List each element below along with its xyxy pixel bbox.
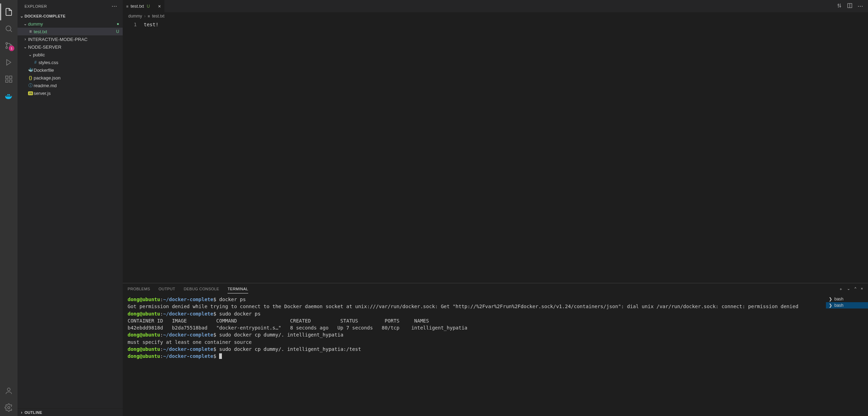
search-icon[interactable]	[0, 20, 17, 37]
folder-dummy[interactable]: ⌄ dummy ●	[18, 20, 123, 28]
terminal-view[interactable]: dong@ubuntu:~/docker-complete$ docker ps…	[123, 294, 826, 416]
file-test-txt[interactable]: ≡ test.txt U	[18, 28, 123, 35]
folder-label: INTERACTIVE-MODE-PRAC	[28, 37, 119, 42]
editor-actions: ⋯	[832, 0, 868, 12]
tab-label: test.txt	[130, 4, 144, 9]
folder-interactive-mode-prac[interactable]: › INTERACTIVE-MODE-PRAC	[18, 35, 123, 43]
terminal-output: must specify at least one container sour…	[128, 339, 252, 345]
chevron-down-icon: ⌄	[22, 44, 28, 49]
terminal-cmd: sudo docker cp dummy/. intelligent_hypat…	[216, 332, 343, 338]
terminal-list: ❯ bash ❯ bash	[826, 294, 868, 416]
svg-rect-6	[6, 80, 8, 82]
explorer-icon[interactable]	[0, 4, 17, 20]
text-file-icon: ≡	[27, 29, 34, 34]
scm-badge: 1	[9, 46, 14, 51]
new-terminal-icon[interactable]: ＋	[839, 286, 843, 292]
sidebar-more-icon[interactable]: ⋯	[111, 3, 117, 9]
chevron-right-icon: ›	[144, 14, 145, 19]
file-label: Dockerfile	[34, 68, 119, 73]
file-dockerfile[interactable]: 🐳 Dockerfile	[18, 66, 123, 74]
terminal-output: Got permission denied while trying to co…	[128, 304, 798, 309]
git-untracked-badge: U	[147, 4, 150, 9]
svg-point-1	[6, 43, 8, 44]
file-styles-css[interactable]: # styles.css	[18, 58, 123, 66]
file-readme-md[interactable]: ⓘ readme.md	[18, 82, 123, 89]
text-file-icon: ≡	[148, 14, 150, 18]
folder-label: dummy	[28, 21, 117, 27]
terminal-cmd: sudo docker ps	[216, 311, 260, 317]
run-debug-icon[interactable]	[0, 54, 17, 71]
source-control-icon[interactable]: 1	[0, 37, 17, 54]
tab-output[interactable]: OUTPUT	[158, 285, 175, 293]
file-package-json[interactable]: {} package.json	[18, 74, 123, 82]
outline-title: OUTLINE	[25, 410, 42, 415]
settings-gear-icon[interactable]	[0, 399, 17, 416]
outline-section-header[interactable]: › OUTLINE	[18, 408, 123, 416]
breadcrumb-file[interactable]: test.txt	[152, 14, 164, 19]
terminal-list-item[interactable]: ❯ bash	[826, 302, 868, 308]
terminal-output: b42ebdd9818d b2da75518bad "docker-entryp…	[128, 325, 467, 331]
docker-icon[interactable]	[0, 88, 17, 104]
terminal-shell-icon: ❯	[829, 303, 832, 308]
breadcrumb-folder[interactable]: dummy	[128, 14, 142, 19]
folder-node-server[interactable]: ⌄ NODE-SERVER	[18, 43, 123, 51]
project-section-header[interactable]: ⌄ DOCKER-COMPLETE	[18, 12, 123, 20]
terminal-cmd: docker ps	[216, 297, 246, 302]
sidebar-title: EXPLORER	[25, 4, 47, 8]
panel-actions: ＋ ⌄ ^ ×	[839, 286, 863, 292]
file-server-js[interactable]: JS server.js	[18, 89, 123, 97]
editor[interactable]: 1 test!	[123, 20, 868, 283]
panel-tabs: PROBLEMS OUTPUT DEBUG CONSOLE TERMINAL ＋…	[123, 283, 868, 294]
svg-point-2	[6, 47, 8, 49]
breadcrumbs[interactable]: dummy › ≡ test.txt	[123, 12, 868, 20]
svg-point-8	[7, 388, 10, 391]
main-area: ≡ test.txt U × ⋯ dummy › ≡ test.txt	[123, 0, 868, 416]
tab-test-txt[interactable]: ≡ test.txt U ×	[123, 0, 165, 12]
accounts-icon[interactable]	[0, 382, 17, 399]
tab-debug-console[interactable]: DEBUG CONSOLE	[184, 285, 219, 293]
chevron-down-icon: ⌄	[22, 21, 28, 26]
editor-content[interactable]: test!	[144, 20, 868, 283]
svg-rect-5	[9, 76, 12, 78]
maximize-panel-icon[interactable]: ^	[855, 286, 857, 292]
chevron-right-icon: ›	[19, 410, 25, 415]
tab-problems[interactable]: PROBLEMS	[128, 285, 150, 293]
chevron-down-icon: ⌄	[27, 52, 33, 57]
sidebar-header: EXPLORER ⋯	[18, 0, 123, 12]
terminal-dropdown-icon[interactable]: ⌄	[847, 286, 850, 292]
terminal-name: bash	[834, 303, 843, 308]
close-icon[interactable]: ×	[158, 4, 161, 9]
activity-bar: 1	[0, 0, 18, 416]
terminal-list-item[interactable]: ❯ bash	[826, 296, 868, 302]
folder-label: NODE-SERVER	[28, 44, 119, 50]
info-file-icon: ⓘ	[27, 83, 34, 89]
file-label: package.json	[34, 75, 119, 81]
terminal-output: CONTAINER ID IMAGE COMMAND CREATED STATU…	[128, 318, 429, 324]
folder-public[interactable]: ⌄ public	[18, 51, 123, 58]
svg-point-9	[8, 407, 10, 409]
file-tree: ⌄ dummy ● ≡ test.txt U › INTERACTIVE-MOD…	[18, 20, 123, 408]
file-label: test.txt	[34, 29, 116, 34]
chevron-down-icon: ⌄	[19, 14, 25, 19]
panel-body: dong@ubuntu:~/docker-complete$ docker ps…	[123, 294, 868, 416]
split-editor-icon[interactable]	[847, 3, 853, 9]
app-root: 1 EXPLORER ⋯ ⌄ DOCKER-COMPLETE	[0, 0, 868, 416]
prompt-user: dong@ubuntu	[128, 311, 160, 317]
terminal-cursor	[219, 353, 222, 359]
extensions-icon[interactable]	[0, 71, 17, 88]
file-label: styles.css	[39, 60, 119, 65]
json-file-icon: {}	[27, 75, 34, 80]
prompt-path: ~/docker-complete	[163, 297, 213, 302]
text-file-icon: ≡	[126, 4, 128, 8]
project-name: DOCKER-COMPLETE	[25, 14, 66, 18]
tab-terminal[interactable]: TERMINAL	[228, 285, 248, 293]
close-panel-icon[interactable]: ×	[861, 286, 863, 292]
file-label: server.js	[34, 91, 119, 96]
sidebar: EXPLORER ⋯ ⌄ DOCKER-COMPLETE ⌄ dummy ● ≡…	[18, 0, 123, 416]
tab-bar: ≡ test.txt U × ⋯	[123, 0, 868, 12]
terminal-cmd	[216, 353, 219, 359]
css-file-icon: #	[32, 60, 39, 65]
compare-changes-icon[interactable]	[836, 3, 842, 9]
more-actions-icon[interactable]: ⋯	[857, 3, 863, 9]
js-file-icon: JS	[27, 91, 34, 95]
